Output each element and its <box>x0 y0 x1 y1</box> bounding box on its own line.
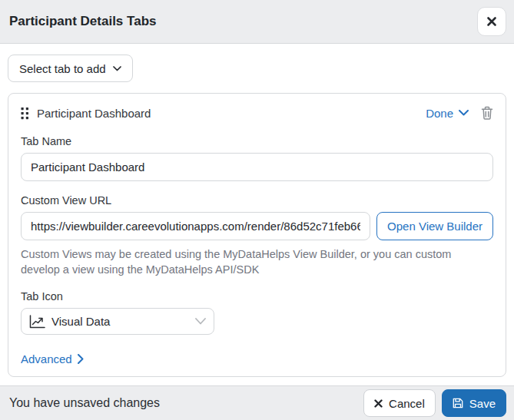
modal-title: Participant Details Tabs <box>9 14 156 29</box>
chevron-down-icon <box>113 66 121 71</box>
done-collapse-link[interactable]: Done <box>426 107 469 120</box>
drag-handle-icon[interactable] <box>21 107 29 120</box>
cancel-label: Cancel <box>389 397 425 410</box>
chevron-down-icon <box>459 110 469 116</box>
chevron-down-icon <box>195 318 206 325</box>
select-tab-to-add-dropdown[interactable]: Select tab to add <box>8 55 133 82</box>
tab-card-title: Participant Dashboard <box>37 107 151 120</box>
modal-header: Participant Details Tabs <box>0 0 514 44</box>
tab-icon-select[interactable]: Visual Data <box>21 308 214 335</box>
advanced-link[interactable]: Advanced <box>21 352 84 365</box>
save-label: Save <box>469 397 496 410</box>
unsaved-changes-status: You have unsaved changes <box>9 396 160 410</box>
close-button[interactable] <box>477 7 506 36</box>
footer-actions: Cancel Save <box>363 389 506 417</box>
done-label: Done <box>426 107 453 120</box>
close-icon <box>486 16 497 27</box>
advanced-label: Advanced <box>21 352 72 365</box>
tab-card: Participant Dashboard Done <box>8 93 506 377</box>
tab-icon-selected-value: Visual Data <box>51 315 110 328</box>
chevron-right-icon <box>78 354 84 364</box>
x-mark-icon <box>374 399 383 408</box>
save-icon <box>453 398 463 408</box>
custom-view-url-input[interactable] <box>21 212 370 240</box>
cancel-button[interactable]: Cancel <box>363 389 436 417</box>
trash-icon <box>481 106 493 120</box>
tab-name-label: Tab Name <box>21 135 493 147</box>
select-tab-to-add-label: Select tab to add <box>19 62 106 75</box>
tab-icon-label: Tab Icon <box>21 290 493 303</box>
delete-tab-button[interactable] <box>481 106 493 120</box>
custom-view-help-text: Custom Views may be created using the My… <box>21 246 493 277</box>
tab-card-header: Participant Dashboard Done <box>21 104 493 122</box>
modal-body: Select tab to add Participant Dashboard <box>0 44 514 385</box>
tab-name-input[interactable] <box>21 153 493 181</box>
open-view-builder-button[interactable]: Open View Builder <box>376 212 493 240</box>
participant-details-tabs-modal: Participant Details Tabs Select tab to a… <box>0 0 514 420</box>
custom-view-url-label: Custom View URL <box>21 194 493 207</box>
line-chart-icon <box>29 315 45 329</box>
custom-view-url-row: Open View Builder <box>21 212 493 240</box>
modal-footer: You have unsaved changes Cancel <box>0 385 514 420</box>
save-button[interactable]: Save <box>442 389 506 417</box>
